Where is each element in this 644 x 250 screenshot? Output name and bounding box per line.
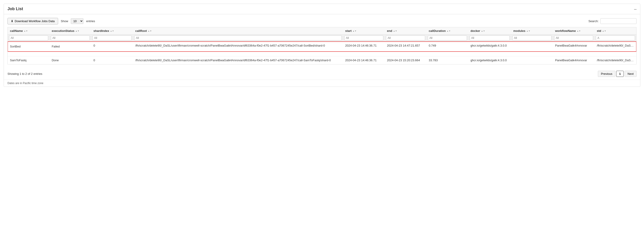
toolbar: ⬇ Download Workflow Jobs Data Show 10 25… xyxy=(8,18,636,24)
filter-end[interactable] xyxy=(385,34,426,42)
table-footer: Showing 1 to 2 of 2 entries Previous 1 N… xyxy=(4,68,640,80)
cell-std: /fh/scratch/delete90/_DaSL/user/tfirman/… xyxy=(594,42,636,52)
filter-docker[interactable] xyxy=(468,34,511,42)
sort-arrows-docker: ▲▼ xyxy=(481,30,485,32)
filter-input-callDuration[interactable] xyxy=(428,36,467,40)
col-header-std[interactable]: std▲▼ xyxy=(594,27,636,34)
table-body: SortBedFailed0/fh/scratch/delete90/_DaSL… xyxy=(8,42,636,64)
entries-label: entries xyxy=(86,20,95,23)
cell-std: /fh/scratch/delete90/_DaSL/user/tfirman/… xyxy=(594,56,636,64)
panel-title: Job List xyxy=(8,6,23,11)
filter-shardIndex[interactable] xyxy=(91,34,133,42)
filter-row xyxy=(8,34,636,42)
pagination: Previous 1 Next xyxy=(598,71,636,77)
filter-input-docker[interactable] xyxy=(470,36,510,40)
filter-input-std[interactable] xyxy=(596,36,635,40)
cell-callDuration: 33.783 xyxy=(426,56,468,64)
table-container: callName▲▼ executionStatus▲▼ shardIndex▲… xyxy=(8,27,636,64)
sort-arrows-executionStatus: ▲▼ xyxy=(75,30,79,32)
toolbar-left: ⬇ Download Workflow Jobs Data Show 10 25… xyxy=(8,18,95,24)
sort-arrows-end: ▲▼ xyxy=(393,30,397,32)
col-header-shardIndex[interactable]: shardIndex▲▼ xyxy=(91,27,133,34)
filter-start[interactable] xyxy=(343,34,385,42)
panel-header: Job List – xyxy=(4,4,640,14)
table-row: SortBedFailed0/fh/scratch/delete90/_DaSL… xyxy=(8,42,636,52)
previous-button[interactable]: Previous xyxy=(598,71,615,77)
job-list-panel: Job List – ⬇ Download Workflow Jobs Data… xyxy=(4,4,640,87)
sort-arrows-start: ▲▼ xyxy=(352,30,356,32)
col-header-workflowName[interactable]: workflowName▲▼ xyxy=(553,27,595,34)
cell-shardIndex: 0 xyxy=(91,42,133,52)
toolbar-right: Search: xyxy=(588,18,636,24)
cell-modules xyxy=(511,42,553,52)
page-1-button[interactable]: 1 xyxy=(616,71,624,77)
cell-start: 2024-04-23 14:46:36.71 xyxy=(343,56,385,64)
sort-arrows-callName: ▲▼ xyxy=(24,30,28,32)
cell-callName: SortBed xyxy=(8,42,50,52)
filter-executionStatus[interactable] xyxy=(50,34,91,42)
jobs-table: callName▲▼ executionStatus▲▼ shardIndex▲… xyxy=(8,27,636,64)
filter-input-callName[interactable] xyxy=(9,36,48,40)
table-row: SamToFastqDone0/fh/scratch/delete90/_DaS… xyxy=(8,56,636,64)
col-header-callDuration[interactable]: callDuration▲▼ xyxy=(426,27,468,34)
cell-callRoot: /fh/scratch/delete90/_DaSL/user/tfirman/… xyxy=(133,42,343,52)
col-header-end[interactable]: end▲▼ xyxy=(385,27,426,34)
filter-input-modules[interactable] xyxy=(512,36,552,40)
filter-std[interactable] xyxy=(594,34,636,42)
panel-body: ⬇ Download Workflow Jobs Data Show 10 25… xyxy=(4,14,640,68)
col-header-modules[interactable]: modules▲▼ xyxy=(511,27,553,34)
cell-callName: SamToFastq xyxy=(8,56,50,64)
cell-workflowName: PanelBwaGatk4Annovar xyxy=(553,42,595,52)
cell-shardIndex: 0 xyxy=(91,56,133,64)
cell-start: 2024-04-23 14:46:36.71 xyxy=(343,42,385,52)
sort-arrows-callRoot: ▲▼ xyxy=(148,30,152,32)
filter-input-start[interactable] xyxy=(344,36,384,40)
sort-arrows-shardIndex: ▲▼ xyxy=(110,30,114,32)
column-header-row: callName▲▼ executionStatus▲▼ shardIndex▲… xyxy=(8,27,636,34)
cell-end: 2024-04-23 15:20:23.664 xyxy=(385,56,426,64)
col-header-executionStatus[interactable]: executionStatus▲▼ xyxy=(50,27,91,34)
entries-select[interactable]: 10 25 50 100 xyxy=(71,18,84,24)
filter-input-shardIndex[interactable] xyxy=(92,36,132,40)
cell-executionStatus: Done xyxy=(50,56,91,64)
next-button[interactable]: Next xyxy=(624,71,636,77)
sort-arrows-std: ▲▼ xyxy=(602,30,606,32)
filter-input-workflowName[interactable] xyxy=(554,36,593,40)
col-header-callRoot[interactable]: callRoot▲▼ xyxy=(133,27,343,34)
cell-callDuration: 0.749 xyxy=(426,42,468,52)
download-button[interactable]: ⬇ Download Workflow Jobs Data xyxy=(8,18,58,24)
filter-callDuration[interactable] xyxy=(426,34,468,42)
download-label: Download Workflow Jobs Data xyxy=(15,20,55,23)
cell-executionStatus: Failed xyxy=(50,42,91,52)
minimize-button[interactable]: – xyxy=(634,7,636,11)
show-label: Show xyxy=(61,20,68,23)
cell-modules xyxy=(511,56,553,64)
search-label: Search: xyxy=(588,20,598,23)
cell-workflowName: PanelBwaGatk4Annovar xyxy=(553,56,595,64)
cell-docker: ghcr.io/getwilds/gatk:4.3.0.0 xyxy=(468,42,511,52)
col-header-docker[interactable]: docker▲▼ xyxy=(468,27,511,34)
filter-workflowName[interactable] xyxy=(553,34,595,42)
filter-input-end[interactable] xyxy=(386,36,425,40)
search-input[interactable] xyxy=(600,18,636,24)
sort-arrows-modules: ▲▼ xyxy=(526,30,530,32)
spacer-row xyxy=(8,52,636,56)
cell-callRoot: /fh/scratch/delete90/_DaSL/user/tfirman/… xyxy=(133,56,343,64)
showing-text: Showing 1 to 2 of 2 entries xyxy=(8,72,42,76)
download-icon: ⬇ xyxy=(11,20,13,23)
filter-callName[interactable] xyxy=(8,34,50,42)
cell-docker: ghcr.io/getwilds/gatk:4.3.0.0 xyxy=(468,56,511,64)
col-header-callName[interactable]: callName▲▼ xyxy=(8,27,50,34)
sort-arrows-callDuration: ▲▼ xyxy=(446,30,451,32)
filter-input-callRoot[interactable] xyxy=(134,36,342,40)
cell-end: 2024-04-23 14:47:21.657 xyxy=(385,42,426,52)
filter-input-executionStatus[interactable] xyxy=(51,36,90,40)
filter-modules[interactable] xyxy=(511,34,553,42)
filter-callRoot[interactable] xyxy=(133,34,343,42)
col-header-start[interactable]: start▲▼ xyxy=(343,27,385,34)
timezone-note: Dates are in Pacific time zone xyxy=(4,80,640,86)
sort-arrows-workflowName: ▲▼ xyxy=(576,30,581,32)
